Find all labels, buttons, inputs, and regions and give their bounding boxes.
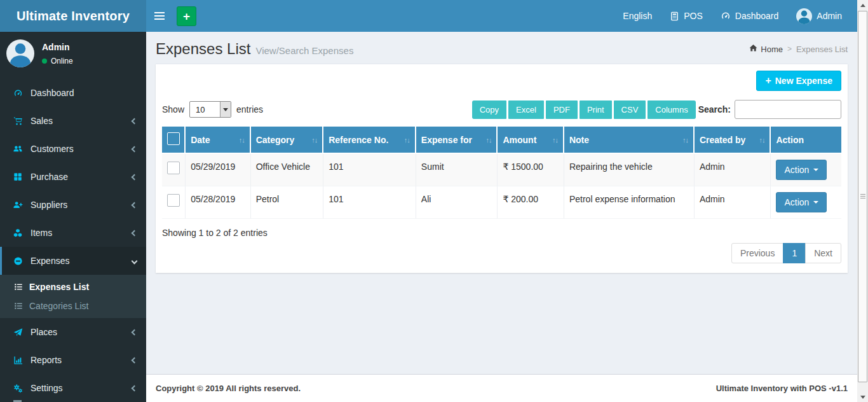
columns-button[interactable]: Columns [648,100,695,119]
entries-select[interactable]: 10 [189,101,231,118]
cell-created-by: Admin [695,186,771,219]
sidebar-item-customers[interactable]: Customers [0,135,146,163]
entries-length-control: Show 10 entries [162,101,263,118]
home-icon [749,44,757,54]
table-row: 05/29/2019 Office Vehicle 101 Sumit ₹ 15… [162,154,841,186]
breadcrumb-home[interactable]: Home [749,44,783,54]
excel-button[interactable]: Excel [508,100,544,119]
column-header-expense-for[interactable]: Expense for ↑↓ [416,127,498,154]
nav-dashboard[interactable]: Dashboard [712,0,788,32]
nav-language[interactable]: English [614,0,661,32]
cell-reference-no: 101 [323,186,416,219]
chevron-left-icon [132,329,138,335]
user-avatar [796,8,812,24]
sidebar-item-purchase[interactable]: Purchase [0,163,146,191]
sort-icon: ↑↓ [239,136,245,144]
pagination-next[interactable]: Next [805,243,841,263]
sort-icon: ↑↓ [485,136,491,144]
cell-category: Petrol [251,186,324,219]
top-nav-right: English POS Dashboard Admin [614,0,857,32]
row-checkbox[interactable] [167,162,180,174]
brand-logo[interactable]: Ultimate Inventory [0,0,146,32]
cell-amount: ₹ 1500.00 [498,154,564,186]
column-header-category[interactable]: Category ↑↓ [251,127,324,154]
vertical-scrollbar[interactable] [857,0,868,402]
footer: Copyright © 2019 All rights reserved. Ul… [146,374,857,402]
sidebar-item-sales[interactable]: Sales [0,107,146,135]
column-header-created-by[interactable]: Created by ↑↓ [695,127,771,154]
expenses-table: Date ↑↓ Category ↑↓ Reference No. ↑↓ Exp… [162,127,841,219]
sidebar: Admin Online Dashboard Sales [0,32,146,402]
chevron-left-icon [132,118,138,124]
column-header-note[interactable]: Note ↑↓ [564,127,695,154]
row-checkbox[interactable] [167,194,180,207]
users-icon [11,144,24,154]
scrollbar-thumb[interactable] [858,11,867,382]
select-all-header [162,127,186,154]
sidebar-item-items[interactable]: Items [0,219,146,247]
sidebar-user-panel: Admin Online [0,32,146,75]
dashboard-icon [11,88,24,98]
chevron-left-icon [132,230,138,236]
sort-icon: ↑↓ [552,136,558,144]
pagination: Previous 1 Next [731,243,841,263]
pagination-page-1[interactable]: 1 [783,243,806,263]
content-wrapper: Expenses List View/Search Expenses Home … [146,32,857,402]
new-expense-button[interactable]: + New Expense [756,71,841,91]
nav-user-menu[interactable]: Admin [787,0,851,32]
scroll-up-button[interactable] [857,0,868,10]
nav-pos[interactable]: POS [661,0,712,32]
user-plus-icon [11,200,24,210]
cell-reference-no: 101 [323,154,416,186]
cell-created-by: Admin [695,154,771,186]
sidebar-item-reports[interactable]: Reports [0,346,146,374]
chevron-left-icon [132,174,138,180]
sidebar-item-expenses[interactable]: Expenses Expenses List Categories List [0,247,146,318]
expenses-submenu: Expenses List Categories List [0,275,146,318]
cell-expense-for: Ali [416,186,498,219]
action-dropdown-button[interactable]: Action [776,192,827,212]
sidebar-subitem-expenses-list[interactable]: Expenses List [0,277,146,296]
cart-icon [11,116,24,126]
gears-icon [11,384,24,393]
bar-chart-icon [11,356,24,365]
pdf-button[interactable]: PDF [546,100,578,119]
scroll-down-button[interactable] [857,392,868,402]
search-input[interactable] [735,100,841,119]
copy-button[interactable]: Copy [472,100,506,119]
breadcrumb-separator: > [787,45,792,53]
pagination-previous[interactable]: Previous [731,243,783,263]
csv-button[interactable]: CSV [614,100,646,119]
sidebar-user-name: Admin [42,42,73,52]
column-header-date[interactable]: Date ↑↓ [186,127,250,154]
chevron-left-icon [132,357,138,363]
chevron-left-icon [132,385,138,391]
list-icon [13,282,24,291]
cell-expense-for: Sumit [416,154,498,186]
plus-icon: + [183,10,190,23]
column-header-reference-no[interactable]: Reference No. ↑↓ [323,127,416,154]
sort-icon: ↑↓ [404,136,410,144]
action-dropdown-button[interactable]: Action [776,160,827,180]
cell-amount: ₹ 200.00 [498,186,564,219]
cell-action: Action [771,154,841,186]
plus-icon: + [765,76,771,86]
sidebar-item-dashboard[interactable]: Dashboard [0,79,146,107]
cell-checkbox [162,186,186,219]
sidebar-subitem-categories-list[interactable]: Categories List [0,296,146,315]
print-button[interactable]: Print [580,100,612,119]
column-header-amount[interactable]: Amount ↑↓ [498,127,564,154]
select-all-checkbox[interactable] [167,132,180,145]
table-toolbar: Show 10 entries Copy Excel PDF Print CSV… [162,100,841,119]
paper-plane-icon [11,328,24,337]
sidebar-toggle-button[interactable] [146,0,173,32]
sidebar-item-places[interactable]: Places [0,318,146,346]
sidebar-item-settings[interactable]: Settings [0,374,146,402]
export-button-group: Copy Excel PDF Print CSV Columns [472,100,696,119]
quick-add-button[interactable]: + [177,6,196,26]
sidebar-item-suppliers[interactable]: Suppliers [0,191,146,219]
footer-version: Ultimate Inventory with POS -v1.1 [716,384,848,393]
caret-down-icon [813,169,818,171]
chevron-left-icon [132,202,138,208]
select-dropdown-button[interactable] [220,102,231,117]
